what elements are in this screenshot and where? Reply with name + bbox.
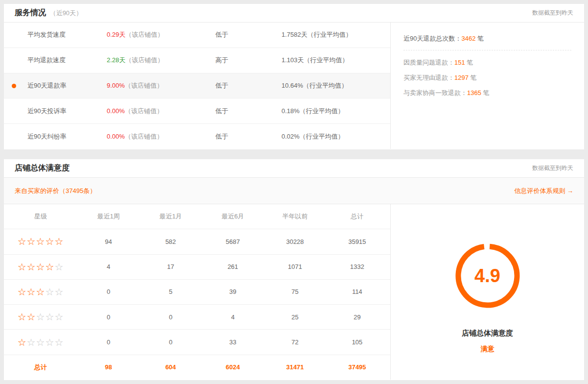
cell-value: 0 [77, 288, 140, 295]
cell-value: 105 [326, 338, 388, 346]
service-metrics-table: 平均发货速度 0.29天（该店铺值） 低于 1.7582天（行业平均值） 平均退… [4, 23, 390, 149]
total-value: 604 [140, 363, 202, 371]
cell-value: 0 [77, 313, 140, 321]
shop-value-suffix: （该店铺值） [125, 31, 164, 38]
refund-item-unit: 笔 [469, 74, 477, 81]
industry-value: 1.7582天（行业平均值） [282, 30, 390, 39]
service-row-refund-rate: 近90天退款率 9.00%（该店铺值） 低于 10.64%（行业平均值） [4, 73, 390, 99]
cell-value: 582 [140, 238, 202, 245]
cell-value: 0 [77, 338, 140, 346]
satisfaction-score-panel: 4.9 店铺总体满意度 满意 [390, 204, 584, 380]
shop-value: 0.00% [107, 133, 125, 140]
service-subtitle: （近90天） [50, 9, 82, 17]
cell-value: 0 [140, 338, 202, 346]
satisfaction-title: 店铺总体满意度 [15, 163, 70, 173]
score-status: 满意 [391, 345, 584, 354]
refund-item-quality: 因质量问题退款：151 笔 [403, 58, 571, 67]
metric-label: 平均退款速度 [4, 56, 107, 65]
service-row-complaint-rate: 近90天投诉率 0.00%（该店铺值） 低于 0.18%（行业平均值） [4, 98, 390, 124]
industry-value: 10.64%（行业平均值） [282, 81, 390, 90]
star-rating-icons: ☆☆☆☆☆ [4, 237, 77, 246]
score-caption: 店铺总体满意度 [391, 329, 584, 338]
star-rating-icons: ☆☆☆☆☆ [4, 287, 77, 297]
refund-item-negotiated: 与卖家协商一致退款：1365 笔 [403, 89, 571, 97]
star-rating-icons: ☆☆☆☆☆ [4, 337, 77, 347]
refund-item-unit: 笔 [465, 59, 473, 66]
satisfaction-section-header: 店铺总体满意度 数据截至到昨天 [4, 159, 584, 178]
service-row-dispute-rate: 近90天纠纷率 0.00%（该店铺值） 低于 0.02%（行业平均值） [4, 124, 390, 149]
buyer-reviews-bar: 来自买家的评价（37495条） 信息评价体系规则 → [4, 178, 584, 204]
rating-table-header-row: 星级 最近1周 最近1月 最近6月 半年以前 总计 [4, 204, 390, 229]
rating-distribution-table: 星级 最近1周 最近1月 最近6月 半年以前 总计 ☆☆☆☆☆ 94 582 5… [4, 204, 390, 380]
shop-value: 0.29天 [107, 31, 125, 38]
comparator: 低于 [215, 30, 282, 39]
rating-row-5-star: ☆☆☆☆☆ 94 582 5687 30228 35915 [4, 229, 390, 254]
satisfaction-data-note: 数据截至到昨天 [532, 164, 573, 172]
shop-value-suffix: （该店铺值） [125, 82, 163, 89]
refund-item-label: 与卖家协商一致退款： [403, 89, 467, 96]
total-value: 37495 [326, 363, 388, 371]
metric-label: 近90天退款率 [4, 81, 107, 90]
column-header-last-month: 最近1月 [140, 212, 202, 221]
column-header-last-6-months: 最近6月 [202, 212, 264, 221]
rating-row-4-star: ☆☆☆☆☆ 4 17 261 1071 1332 [4, 255, 390, 280]
refund-total-value: 3462 [461, 35, 475, 42]
shop-value-suffix: （该店铺值） [125, 107, 163, 115]
score-ring: 4.9 [453, 241, 522, 310]
satisfaction-section: 店铺总体满意度 数据截至到昨天 来自买家的评价（37495条） 信息评价体系规则… [4, 159, 584, 380]
rating-row-3-star: ☆☆☆☆☆ 0 5 39 75 114 [4, 280, 390, 305]
cell-value: 25 [264, 313, 326, 321]
column-header-older: 半年以前 [264, 212, 326, 221]
total-value: 31471 [264, 363, 326, 371]
service-data-note: 数据截至到昨天 [532, 9, 573, 17]
refund-item-label: 买家无理由退款： [403, 74, 454, 81]
cell-value: 0 [140, 313, 202, 321]
dashed-divider [403, 50, 571, 50]
metric-label: 平均发货速度 [4, 30, 107, 39]
rating-totals-row: 总计 98 604 6024 31471 37495 [4, 355, 390, 380]
shop-value: 9.00% [107, 82, 125, 89]
shop-value: 0.00% [107, 107, 125, 115]
cell-value: 29 [326, 313, 388, 321]
cell-value: 17 [140, 263, 202, 270]
industry-value: 1.103天（行业平均值） [282, 56, 390, 65]
total-value: 98 [77, 363, 140, 371]
rating-rules-link[interactable]: 信息评价体系规则 → [514, 187, 573, 195]
service-title-group: 服务情况 （近90天） [15, 8, 82, 18]
refund-item-unit: 笔 [481, 89, 490, 96]
refund-item-no-reason: 买家无理由退款：1297 笔 [403, 73, 571, 82]
shop-value-suffix: （该店铺值） [125, 56, 164, 64]
refund-item-value: 1297 [454, 74, 469, 81]
industry-value: 0.18%（行业平均值） [282, 107, 390, 116]
service-row-refund-speed: 平均退款速度 2.28天（该店铺值） 高于 1.103天（行业平均值） [4, 48, 390, 73]
cell-value: 30228 [264, 238, 326, 245]
service-section: 服务情况 （近90天） 数据截至到昨天 平均发货速度 0.29天（该店铺值） 低… [4, 4, 584, 149]
comparator: 低于 [215, 81, 282, 90]
cell-value: 72 [264, 338, 326, 346]
column-header-last-week: 最近1周 [77, 212, 140, 221]
column-header-stars: 星级 [4, 212, 77, 221]
cell-value: 35915 [326, 238, 388, 245]
metric-label: 近90天纠纷率 [4, 132, 107, 141]
cell-value: 1071 [264, 263, 326, 270]
cell-value: 1332 [326, 263, 388, 270]
cell-value: 261 [202, 263, 264, 270]
cell-value: 33 [202, 338, 264, 346]
total-value: 6024 [202, 363, 264, 371]
industry-value: 0.02%（行业平均值） [282, 132, 390, 141]
cell-value: 39 [202, 288, 264, 295]
cell-value: 94 [77, 238, 140, 245]
cell-value: 5687 [202, 238, 264, 245]
comparator: 低于 [215, 107, 282, 116]
service-title: 服务情况 [15, 8, 46, 17]
metric-label: 近90天投诉率 [4, 107, 107, 116]
shop-value: 2.28天 [107, 56, 125, 64]
totals-label: 总计 [4, 363, 77, 372]
cell-value: 5 [140, 288, 202, 295]
cell-value: 114 [326, 288, 388, 295]
rating-row-1-star: ☆☆☆☆☆ 0 0 33 72 105 [4, 330, 390, 355]
buyer-reviews-count-link[interactable]: 来自买家的评价（37495条） [15, 187, 96, 195]
refund-summary-panel: 近90天退款总次数：3462 笔 因质量问题退款：151 笔 买家无理由退款：1… [390, 23, 584, 149]
refund-item-value: 151 [454, 59, 465, 66]
refund-item-value: 1365 [467, 89, 481, 96]
